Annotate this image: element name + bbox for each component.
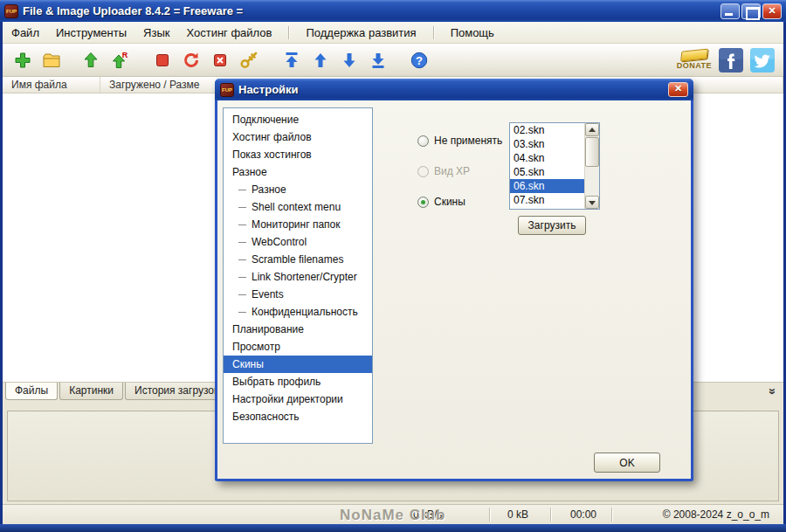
scroll-up-arrow-icon[interactable] bbox=[585, 123, 599, 136]
ok-button[interactable]: OK bbox=[594, 453, 660, 473]
window-title: File & Image Uploader 8.4.2 = Freeware = bbox=[23, 4, 716, 17]
toolbar-right: DONATE bbox=[677, 48, 783, 73]
tree-item-scramble-filenames[interactable]: Scramble filenames bbox=[224, 251, 372, 268]
move-down-icon[interactable] bbox=[338, 49, 361, 72]
radio-none[interactable] bbox=[417, 135, 429, 147]
window-bottom-border bbox=[0, 524, 786, 532]
dialog-body: Подключение Хостинг файлов Показ хостинг… bbox=[217, 100, 691, 479]
tab-pictures[interactable]: Картинки bbox=[59, 383, 123, 400]
scroll-thumb[interactable] bbox=[585, 137, 599, 167]
tree-item-scheduling[interactable]: Планирование bbox=[224, 321, 372, 338]
key-icon[interactable] bbox=[238, 49, 260, 72]
toolbar: R ? DONATE bbox=[3, 44, 783, 77]
skin-item[interactable]: 07.skn bbox=[510, 193, 584, 207]
tree-item-privacy[interactable]: Конфиденциальность bbox=[224, 303, 372, 321]
skin-item[interactable]: 03.skn bbox=[510, 137, 584, 151]
tree-item-misc-sub[interactable]: Разное bbox=[224, 181, 372, 198]
menu-file[interactable]: Файл bbox=[11, 26, 39, 39]
menu-language[interactable]: Язык bbox=[143, 26, 169, 39]
menu-separator bbox=[433, 26, 434, 39]
tree-item-shell-context-menu[interactable]: Shell context menu bbox=[224, 198, 372, 216]
radio-none-label: Не применять bbox=[434, 135, 502, 147]
load-skin-button[interactable]: Загрузить bbox=[518, 216, 586, 235]
window-controls bbox=[720, 3, 782, 19]
skin-item[interactable]: 02.skn bbox=[510, 123, 584, 137]
skin-list-scrollbar[interactable] bbox=[584, 123, 599, 209]
column-header-filename[interactable]: Имя файла bbox=[3, 77, 100, 93]
dialog-titlebar[interactable]: FUP Настройки bbox=[215, 79, 693, 100]
tree-item-link-shortener[interactable]: Link Shortener/Crypter bbox=[224, 268, 372, 286]
status-separator bbox=[611, 508, 612, 522]
tree-item-folder-monitoring[interactable]: Мониторинг папок bbox=[224, 216, 372, 233]
menubar: Файл Инструменты Язык Хостинг файлов Под… bbox=[3, 22, 783, 44]
dialog-title: Настройки bbox=[238, 83, 664, 96]
move-up-icon[interactable] bbox=[309, 49, 332, 72]
upload-icon[interactable] bbox=[79, 49, 102, 72]
tree-item-connection[interactable]: Подключение bbox=[224, 111, 372, 128]
status-separator bbox=[550, 508, 551, 522]
delete-icon[interactable] bbox=[209, 49, 231, 72]
status-time: 00:00 bbox=[570, 508, 596, 521]
tab-upload-history[interactable]: История загрузок bbox=[125, 383, 228, 400]
settings-tree: Подключение Хостинг файлов Показ хостинг… bbox=[223, 107, 373, 444]
minimize-button[interactable] bbox=[720, 3, 740, 19]
menu-file-hosting[interactable]: Хостинг файлов bbox=[186, 26, 272, 39]
move-bottom-icon[interactable] bbox=[367, 49, 390, 72]
facebook-icon[interactable] bbox=[719, 48, 743, 73]
skin-item-selected[interactable]: 06.skn bbox=[510, 179, 584, 193]
tab-files[interactable]: Файлы bbox=[5, 383, 58, 400]
svg-text:?: ? bbox=[416, 53, 423, 66]
radio-xp-style bbox=[417, 166, 429, 177]
menu-separator bbox=[288, 26, 289, 39]
app-window: FUP File & Image Uploader 8.4.2 = Freewa… bbox=[0, 0, 786, 532]
collapse-chevron-icon[interactable] bbox=[769, 384, 776, 398]
donate-icon bbox=[680, 48, 708, 61]
menu-support-development[interactable]: Поддержка развития bbox=[306, 26, 416, 39]
settings-dialog: FUP Настройки Подключение Хостинг файлов… bbox=[215, 79, 693, 481]
help-icon[interactable]: ? bbox=[408, 49, 431, 72]
tree-item-skins[interactable]: Скины bbox=[224, 356, 372, 373]
status-copyright: © 2008-2024 z_o_o_m bbox=[663, 508, 769, 521]
tree-item-choose-profile[interactable]: Выбрать профиль bbox=[224, 373, 372, 390]
move-top-icon[interactable] bbox=[280, 49, 303, 72]
app-icon: FUP bbox=[4, 4, 18, 18]
skin-list: 02.skn 03.skn 04.skn 05.skn 06.skn 07.sk… bbox=[509, 122, 600, 210]
tree-item-view[interactable]: Просмотр bbox=[224, 338, 372, 356]
donate-label: DONATE bbox=[677, 61, 712, 70]
scroll-down-arrow-icon[interactable] bbox=[585, 196, 599, 209]
stop-icon[interactable] bbox=[151, 49, 174, 72]
status-separator bbox=[489, 508, 490, 522]
tree-item-misc[interactable]: Разное bbox=[224, 163, 372, 181]
tree-item-events[interactable]: Events bbox=[224, 286, 372, 303]
donate-button[interactable]: DONATE bbox=[677, 50, 712, 70]
menu-help[interactable]: Помощь bbox=[451, 26, 494, 39]
skin-item[interactable]: 05.skn bbox=[510, 165, 584, 179]
add-folder-icon[interactable] bbox=[40, 49, 63, 72]
tree-item-webcontrol[interactable]: WebControl bbox=[224, 233, 372, 251]
skin-item[interactable]: 04.skn bbox=[510, 151, 584, 165]
radio-row-xp-style: Вид XP bbox=[417, 165, 470, 177]
radio-xp-style-label: Вид XP bbox=[434, 165, 470, 177]
radio-skins[interactable] bbox=[417, 197, 429, 208]
tree-item-security[interactable]: Безопасность bbox=[224, 408, 372, 425]
radio-skins-label: Скины bbox=[434, 196, 465, 208]
radio-row-skins[interactable]: Скины bbox=[417, 196, 465, 208]
tree-item-show-hostings[interactable]: Показ хостингов bbox=[224, 146, 372, 163]
tree-item-directory-settings[interactable]: Настройки директории bbox=[224, 390, 372, 408]
menu-tools[interactable]: Инструменты bbox=[56, 26, 127, 39]
twitter-icon[interactable] bbox=[750, 48, 775, 73]
add-files-icon[interactable] bbox=[11, 49, 34, 72]
maximize-button[interactable] bbox=[741, 3, 761, 19]
watermark-text: NoNaMe Club bbox=[340, 507, 446, 524]
statusbar: 0 kB/s NoNaMe Club 0 kB 00:00 © 2008-202… bbox=[3, 504, 783, 524]
close-button[interactable] bbox=[762, 3, 782, 19]
titlebar: FUP File & Image Uploader 8.4.2 = Freewa… bbox=[0, 0, 786, 22]
dialog-close-button[interactable] bbox=[668, 82, 688, 97]
radio-row-none[interactable]: Не применять bbox=[417, 135, 502, 147]
status-size: 0 kB bbox=[507, 508, 528, 521]
upload-resume-icon[interactable]: R bbox=[108, 49, 131, 72]
svg-text:R: R bbox=[122, 51, 128, 59]
tree-item-file-hosting[interactable]: Хостинг файлов bbox=[224, 128, 372, 146]
dialog-app-icon: FUP bbox=[220, 83, 234, 97]
retry-icon[interactable] bbox=[180, 49, 203, 72]
